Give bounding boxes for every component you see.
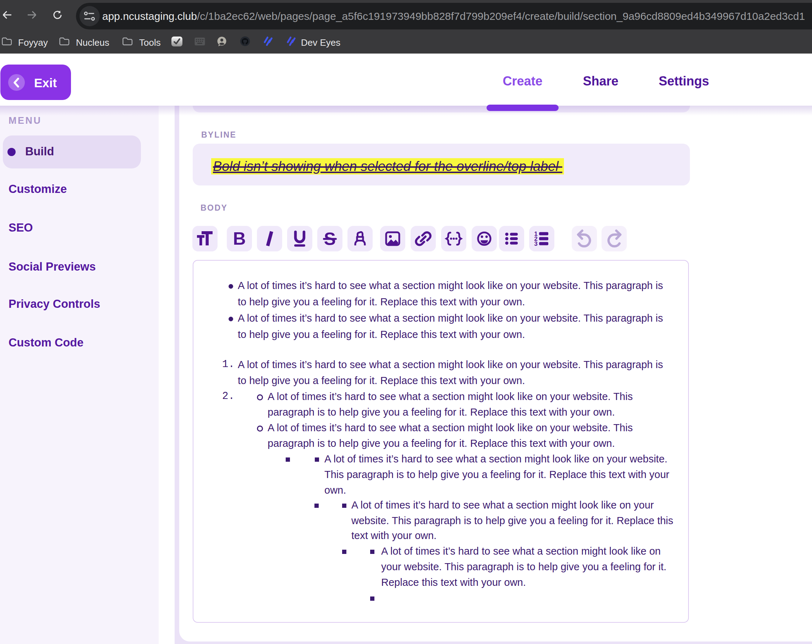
svg-text:3: 3 (534, 241, 537, 247)
svg-text:B: B (233, 229, 246, 248)
